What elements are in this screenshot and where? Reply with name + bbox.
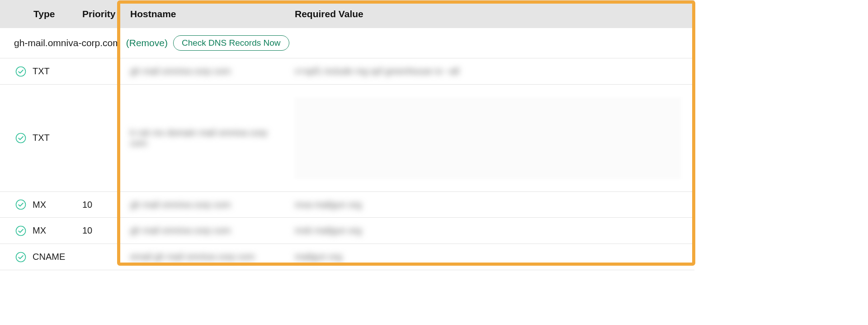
svg-point-0	[16, 67, 26, 76]
cell-required-value: mxb mailgun org	[289, 218, 694, 244]
cell-required-value: mailgun org	[289, 244, 694, 270]
cell-priority	[77, 84, 121, 191]
cell-required-value: mxa mailgun org	[289, 191, 694, 218]
record-type: MX	[33, 226, 46, 236]
table-header-row: Type Priority Hostname Required Value	[0, 0, 694, 28]
domain-name: gh-mail.omniva-corp.com	[14, 38, 121, 48]
cell-required-value	[289, 84, 694, 191]
redacted-value: mxb mailgun org	[295, 225, 362, 236]
cell-type: TXT	[0, 58, 77, 85]
record-type: TXT	[33, 133, 50, 143]
cell-type: CNAME	[0, 244, 77, 270]
redacted-hostname: gh mail omniva corp com	[130, 225, 231, 236]
cell-priority	[77, 244, 121, 270]
cell-priority: 10	[77, 191, 121, 218]
record-type: CNAME	[33, 252, 65, 262]
col-header-priority: Priority	[77, 0, 121, 28]
cell-priority: 10	[77, 218, 121, 244]
redacted-hostname: email gh mail omniva corp com	[130, 252, 255, 262]
cell-hostname: gh mail omniva corp com	[121, 218, 289, 244]
redacted-hostname: k ruk mx domain mail omniva corp com	[130, 128, 284, 148]
cell-type: MX	[0, 218, 77, 244]
cell-type: TXT	[0, 84, 77, 191]
table-row: MX10gh mail omniva corp commxb mailgun o…	[0, 218, 694, 244]
svg-point-4	[16, 252, 26, 262]
cell-hostname: gh mail omniva corp com	[121, 58, 289, 85]
table-row: TXTgh mail omniva corp comv=spf1 include…	[0, 58, 694, 85]
cell-required-value: v=spf1 include mg spf greenhouse io ~all	[289, 58, 694, 85]
check-circle-icon	[15, 133, 26, 143]
col-header-value: Required Value	[289, 0, 694, 28]
cell-hostname: gh mail omniva corp com	[121, 191, 289, 218]
cell-hostname: email gh mail omniva corp com	[121, 244, 289, 270]
cell-priority	[77, 58, 121, 85]
svg-point-1	[16, 134, 26, 143]
check-circle-icon	[15, 252, 26, 263]
table-row: MX10gh mail omniva corp commxa mailgun o…	[0, 191, 694, 218]
col-header-hostname: Hostname	[121, 0, 289, 28]
cell-type: MX	[0, 191, 77, 218]
record-type: MX	[33, 200, 46, 210]
domain-row: gh-mail.omniva-corp.com (Remove) Check D…	[0, 28, 694, 58]
check-dns-button[interactable]: Check DNS Records Now	[173, 35, 289, 51]
record-type: TXT	[33, 66, 50, 76]
col-header-type: Type	[0, 0, 77, 28]
redacted-hostname: gh mail omniva corp com	[130, 200, 231, 210]
table-row: TXTk ruk mx domain mail omniva corp com	[0, 84, 694, 191]
redacted-value: v=spf1 include mg spf greenhouse io ~all	[295, 66, 459, 76]
remove-domain-link[interactable]: (Remove)	[126, 38, 168, 48]
redacted-block	[295, 97, 681, 179]
check-circle-icon	[15, 199, 26, 210]
redacted-value: mailgun org	[295, 252, 342, 262]
svg-point-3	[16, 226, 26, 236]
redacted-value: mxa mailgun org	[295, 200, 362, 210]
check-circle-icon	[15, 66, 26, 77]
redacted-hostname: gh mail omniva corp com	[130, 66, 231, 76]
check-circle-icon	[15, 225, 26, 236]
dns-records-table: Type Priority Hostname Required Value gh…	[0, 0, 694, 270]
svg-point-2	[16, 200, 26, 210]
cell-hostname: k ruk mx domain mail omniva corp com	[121, 84, 289, 191]
table-row: CNAMEemail gh mail omniva corp commailgu…	[0, 244, 694, 270]
